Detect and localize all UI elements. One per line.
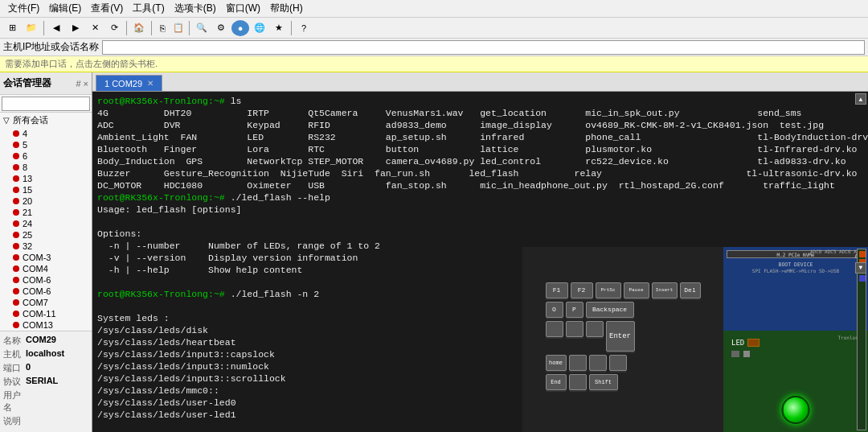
tab-close-button[interactable]: ✕ [147,79,154,88]
forward-button[interactable]: ▶ [67,20,84,36]
key-home: home [546,355,567,371]
color-button[interactable]: ● [231,20,249,36]
sidebar-search-input[interactable] [2,97,90,111]
question-button[interactable]: ? [295,20,313,36]
sidebar-item-8[interactable]: 8 [0,162,92,173]
terminal-line: Body_Induction GPS NetworkTcp STEP_MOTOR… [97,155,863,167]
refresh-button[interactable]: ⟳ [105,20,123,36]
sidebar-pin-button[interactable]: # × [76,79,88,88]
info-row-host: 主机 localhost [3,348,88,360]
sidebar-item-6[interactable]: 6 [0,150,92,162]
key-end: End [546,374,567,390]
menu-file[interactable]: 文件(F) [3,0,44,17]
info-host-label: 主机 [3,348,26,360]
menu-edit[interactable]: 编辑(E) [44,0,86,17]
sidebar-search-area [0,95,92,113]
status-dot [13,209,19,216]
sidebar-item-com3[interactable]: COM-3 [0,252,92,263]
info-protocol-label: 协议 [3,376,26,388]
sidebar-header: 会话管理器 # × [0,72,92,95]
status-dot [13,187,19,193]
key-o: O [546,302,563,318]
key-blank6 [609,355,627,371]
sidebar-group-all[interactable]: ▽ 所有会话 [0,113,92,128]
new-session-button[interactable]: ⊞ [3,20,21,36]
key-blank2 [566,321,583,337]
status-dot [13,299,19,306]
boot-device-label: BOOT DEVICE [727,261,865,268]
terminal-line: Buzzer Gesture_Recognition NijieTude Sir… [97,167,863,179]
key-blank1 [546,321,563,337]
sidebar-item-com6b[interactable]: COM-6 [0,286,92,297]
addressbar-label: 主机IP地址或会话名称 [3,40,99,54]
pcb-board: F1 F2 PrtSc Pause Insert Del O P Backspa… [522,247,868,432]
sidebar-item-20[interactable]: 20 [0,195,92,207]
status-dot [13,153,19,159]
pcb-section: M.2 PCIe NVMe BOOT DEVICE SPI FLASH->eMM… [723,247,868,432]
earth-button[interactable]: 🌐 [251,20,268,36]
key-blank5 [589,355,607,371]
scroll-up-button[interactable]: ▲ [855,93,866,105]
terminal-line: Usage: led_flash [options] [97,204,863,216]
sidebar-item-32[interactable]: 32 [0,241,92,252]
sidebar-item-21[interactable]: 21 [0,207,92,218]
sidebar-item-com11[interactable]: COM-11 [0,308,92,319]
m2-label: M.2 PCIe NVMe [777,252,815,257]
terminal-line: DC_MOTOR HDC1080 Oximeter USB fan_stop.s… [97,179,863,191]
tab-com29[interactable]: 1 COM29 ✕ [96,75,162,91]
hardware-overlay: F1 F2 PrtSc Pause Insert Del O P Backspa… [522,247,868,432]
search-button[interactable]: 🔍 [193,20,211,36]
key-blank4 [569,355,587,371]
key-shift: Shift [589,374,618,390]
status-dot [13,220,19,227]
addressbar-input[interactable] [102,40,865,55]
sidebar-item-4[interactable]: 4 [0,128,92,139]
board-bottom: LED Tronlong® [723,331,868,433]
keyboard-top-row: F1 F2 PrtSc Pause Insert Del O P Backspa… [546,282,701,393]
chip-1 [747,339,760,347]
menu-view[interactable]: 查看(V) [86,0,128,17]
sidebar-item-com13[interactable]: COM13 [0,319,92,331]
key-insert: Insert [652,282,678,298]
sidebar-item-15[interactable]: 15 [0,184,92,195]
sidebar-item-13[interactable]: 13 [0,173,92,184]
sidebar-item-com6a[interactable]: COM-6 [0,274,92,286]
info-row-port: 端口 0 [3,362,88,374]
stop-button[interactable]: ✕ [86,20,104,36]
terminal[interactable]: root@RK356x-Tronlong:~# ls 4G DHT20 IRTP… [92,92,868,432]
sidebar-item-com4[interactable]: COM4 [0,263,92,274]
terminal-line: Options: [97,228,863,240]
sidebar-item-25[interactable]: 25 [0,229,92,241]
status-dot [13,175,19,182]
sidebar-item-com7[interactable]: COM7 [0,297,92,308]
settings-button[interactable]: ⚙ [212,20,230,36]
key-blank3 [586,321,604,337]
menu-help[interactable]: 帮助(H) [265,0,308,17]
info-row-protocol: 协议 SERIAL [3,376,88,388]
status-dot [13,198,19,204]
menu-tools[interactable]: 工具(T) [128,0,169,17]
status-dot [13,277,19,283]
scroll-down-button[interactable]: ▼ [855,262,866,274]
terminal-line: Bluetooth Finger Lora RTC button lattice… [97,143,863,155]
sidebar-item-5[interactable]: 5 [0,139,92,150]
toolbar-separator-2 [126,21,127,35]
open-button[interactable]: 📁 [23,20,40,36]
menu-tabs[interactable]: 选项卡(B) [170,0,221,17]
info-port-value: 0 [26,362,31,374]
back-button[interactable]: ◀ [47,20,65,36]
tab-label: 1 COM29 [104,79,142,88]
status-dot [13,288,19,294]
sidebar-item-24[interactable]: 24 [0,218,92,229]
paste-button[interactable]: 📋 [171,20,186,36]
menu-window[interactable]: 窗口(W) [221,0,265,17]
status-dot [13,130,19,137]
terminal-line: root@RK356x-Tronlong:~# ls [97,95,863,107]
copy-button[interactable]: ⎘ [155,20,170,36]
key-backspace: Backspace [586,302,634,318]
board-inner: M.2 PCIe NVMe BOOT DEVICE SPI FLASH->eMM… [723,247,868,432]
hintbar: 需要添加串口话，点击左侧的箭头书柜. [0,56,868,72]
home-button[interactable]: 🏠 [130,20,148,36]
star-button[interactable]: ★ [270,20,288,36]
status-dot [13,322,19,328]
